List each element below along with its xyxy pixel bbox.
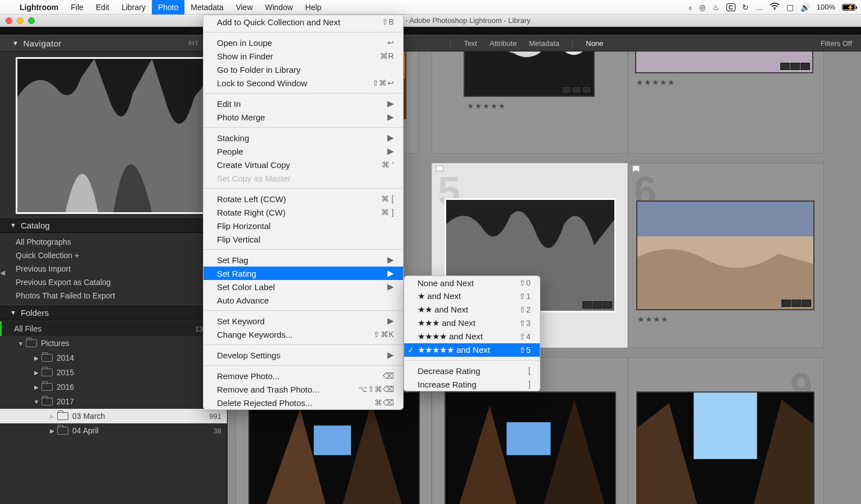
- flame-icon[interactable]: ♨: [712, 3, 720, 12]
- menu-library[interactable]: Library: [115, 0, 152, 15]
- bluetooth-icon[interactable]: ⚊: [756, 3, 763, 12]
- folder-row[interactable]: ▶2016: [0, 380, 227, 394]
- menu-item-label: People: [217, 147, 376, 156]
- folder-row[interactable]: ▶2014: [0, 351, 227, 365]
- submenu-arrow-icon: ▶: [387, 282, 394, 292]
- menu-item[interactable]: Change Keywords...⇧⌘K: [203, 328, 403, 341]
- menu-item[interactable]: ★ and Next⇧1: [404, 290, 540, 303]
- catalog-item[interactable]: All Photographs: [0, 235, 227, 249]
- menu-item[interactable]: Set Keyword▶: [203, 314, 403, 328]
- navigator-preview[interactable]: [16, 57, 211, 214]
- menu-window[interactable]: Window: [259, 0, 299, 15]
- disclosure-icon[interactable]: ▶: [49, 428, 55, 434]
- menu-item[interactable]: ★★★ and Next⇧3: [404, 316, 540, 330]
- menu-item[interactable]: Lock to Second Window⇧⌘↩: [203, 76, 403, 90]
- menu-item[interactable]: Remove Photo...⌫: [203, 369, 403, 382]
- menu-item[interactable]: Set Flag▶: [203, 253, 403, 267]
- volume-icon[interactable]: 🔊: [800, 3, 810, 12]
- menu-item[interactable]: Rotate Left (CCW)⌘ [: [203, 192, 403, 206]
- airplay-icon[interactable]: ▢: [786, 3, 794, 12]
- volume-row[interactable]: All Files 139 / 69: [0, 321, 227, 336]
- menu-item[interactable]: Photo Merge▶: [203, 110, 403, 124]
- nav-fit[interactable]: FIT: [188, 40, 198, 46]
- folder-row[interactable]: ▶03 March991: [0, 409, 227, 423]
- menu-photo[interactable]: Photo: [152, 0, 185, 15]
- expand-left-icon[interactable]: ◀: [0, 269, 5, 277]
- close-window-button[interactable]: [6, 17, 12, 24]
- catalog-header[interactable]: ▼ Catalog: [0, 217, 227, 233]
- menu-help[interactable]: Help: [299, 0, 328, 15]
- grid-cell[interactable]: ★★★★★: [628, 52, 824, 153]
- grid-cell[interactable]: 9: [628, 357, 824, 504]
- grid-cell[interactable]: 6 ★★★★: [628, 163, 824, 348]
- folder-row[interactable]: ▶2015: [0, 365, 227, 380]
- catalog-item[interactable]: Previous Export as Catalog: [0, 276, 227, 289]
- menu-item[interactable]: Flip Horizontal: [203, 219, 403, 232]
- menu-item[interactable]: Set Rating▶: [203, 267, 403, 280]
- filter-metadata[interactable]: Metadata: [529, 39, 559, 48]
- battery-icon[interactable]: ⚡: [842, 4, 855, 11]
- disclosure-icon[interactable]: ▶: [34, 370, 39, 376]
- menu-item[interactable]: Open in Loupe↩: [203, 36, 403, 49]
- menu-item[interactable]: Set Color Label▶: [203, 280, 403, 293]
- minimize-window-button[interactable]: [17, 17, 24, 24]
- menu-metadata[interactable]: Metadata: [184, 0, 229, 15]
- menu-edit[interactable]: Edit: [90, 0, 115, 15]
- menu-view[interactable]: View: [230, 0, 259, 15]
- grid-cell[interactable]: ★★★★★: [432, 52, 628, 153]
- filter-none[interactable]: None: [586, 39, 603, 48]
- disclosure-icon[interactable]: ▶: [34, 355, 39, 361]
- folder-icon: [41, 354, 53, 362]
- disclosure-icon[interactable]: ▶: [34, 384, 39, 390]
- menu-item[interactable]: ★★ and Next⇧2: [404, 303, 540, 316]
- folders-header[interactable]: ▼ Folders: [0, 305, 227, 320]
- menu-item[interactable]: Auto Advance: [203, 293, 403, 307]
- rating-stars[interactable]: ★★★★: [637, 315, 669, 324]
- filters-off[interactable]: Filters Off: [821, 39, 852, 48]
- app-menu[interactable]: Lightroom: [13, 0, 64, 15]
- menu-item[interactable]: Delete Rejected Photos...⌘⌫: [203, 396, 403, 409]
- menu-item[interactable]: Go to Folder in Library: [203, 63, 403, 76]
- dropbox-icon[interactable]: ⬨: [688, 3, 692, 12]
- menu-item[interactable]: Decrease Rating[: [404, 364, 540, 377]
- timemachine-icon[interactable]: ↻: [742, 3, 749, 12]
- folder-row[interactable]: ▼Pictures: [0, 336, 227, 351]
- disclosure-icon[interactable]: ▶: [49, 413, 55, 419]
- rating-stars[interactable]: ★★★★★: [636, 78, 675, 87]
- menu-file[interactable]: File: [64, 0, 90, 15]
- menu-item[interactable]: ✓★★★★★ and Next⇧5: [404, 343, 540, 357]
- menu-item[interactable]: Add to Quick Collection and Next⇧B: [203, 15, 403, 29]
- menu-item[interactable]: Stacking▶: [203, 131, 403, 144]
- rating-stars[interactable]: ★★★★★: [467, 101, 506, 110]
- menu-item[interactable]: Show in Finder⌘R: [203, 49, 403, 63]
- filter-attribute[interactable]: Attribute: [489, 39, 516, 48]
- zoom-window-button[interactable]: [28, 17, 35, 24]
- menu-item: Set Copy as Master: [203, 171, 403, 185]
- menu-item[interactable]: Develop Settings▶: [203, 348, 403, 362]
- menu-item[interactable]: None and Next⇧0: [404, 276, 540, 290]
- catalog-item[interactable]: Previous Import: [0, 262, 227, 276]
- menu-item[interactable]: ★★★★ and Next⇧4: [404, 330, 540, 343]
- menu-shortcut: ⌫: [383, 371, 395, 380]
- set-rating-submenu: None and Next⇧0★ and Next⇧1★★ and Next⇧2…: [404, 276, 540, 391]
- menu-item[interactable]: Create Virtual Copy⌘ ': [203, 158, 403, 171]
- menu-item-label: Decrease Rating: [418, 366, 513, 376]
- folder-row[interactable]: ▶04 April38: [0, 423, 227, 438]
- cc-icon[interactable]: ◎: [699, 3, 706, 12]
- wifi-icon[interactable]: [770, 3, 780, 12]
- menu-item[interactable]: Remove and Trash Photo...⌥⇧⌘⌫: [203, 382, 403, 396]
- menu-item[interactable]: Flip Vertical: [203, 232, 403, 246]
- navigator-header[interactable]: ▼ Navigator: [12, 39, 62, 48]
- catalog-item[interactable]: Quick Collection +: [0, 249, 227, 262]
- disclosure-icon[interactable]: ▼: [18, 340, 24, 347]
- filter-text[interactable]: Text: [464, 39, 477, 48]
- menu-item[interactable]: Edit In▶: [203, 97, 403, 110]
- menu-shortcut: ⌘R: [380, 52, 394, 60]
- c-icon[interactable]: C: [726, 3, 735, 11]
- catalog-item[interactable]: Photos That Failed to Export: [0, 289, 227, 302]
- menu-item[interactable]: Rotate Right (CW)⌘ ]: [203, 206, 403, 219]
- menu-item[interactable]: People▶: [203, 144, 403, 158]
- folder-row[interactable]: ▼20171029: [0, 394, 227, 409]
- disclosure-icon[interactable]: ▼: [34, 399, 39, 405]
- menu-item[interactable]: Increase Rating]: [404, 377, 540, 391]
